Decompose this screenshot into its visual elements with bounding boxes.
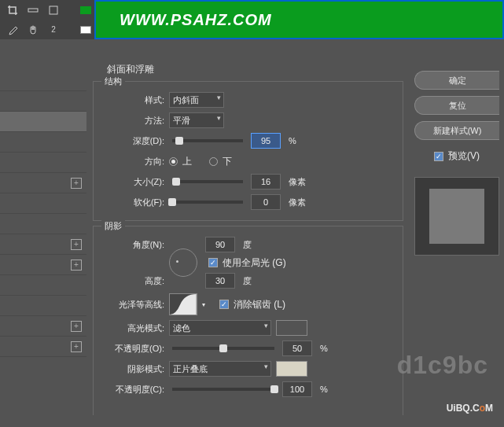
structure-legend: 结构 — [101, 75, 125, 87]
style-label: 样式: — [103, 94, 164, 106]
shadow-legend: 阴影 — [101, 220, 125, 232]
list-item[interactable]: + — [0, 337, 86, 357]
list-item[interactable] — [0, 296, 86, 316]
depth-slider[interactable] — [172, 139, 243, 142]
shadow-group: 阴影 角度(N): 度 使用全局光 (G) 高度: 度 光泽 — [93, 226, 403, 415]
chevron-down-icon[interactable]: ▾ — [202, 301, 205, 308]
shape-icon[interactable] — [46, 2, 61, 18]
preview-box — [414, 177, 499, 256]
shadow-mode-select[interactable]: 正片叠底 — [169, 361, 271, 377]
highlight-mode-label: 高光模式: — [103, 322, 164, 334]
highlight-opacity-unit: % — [320, 344, 328, 353]
tool-label: 2 — [46, 22, 61, 38]
direction-up-radio[interactable] — [169, 157, 178, 166]
altitude-unit: 度 — [243, 275, 252, 287]
plus-icon[interactable]: + — [71, 178, 82, 189]
list-item[interactable] — [0, 275, 86, 296]
plus-icon[interactable]: + — [71, 321, 82, 332]
depth-unit: % — [289, 136, 296, 145]
top-banner: 2 WWW.PSAHZ.COM — [0, 0, 504, 39]
svg-rect-1 — [50, 6, 57, 14]
list-item[interactable] — [0, 71, 86, 91]
angle-input[interactable] — [205, 237, 235, 252]
shadow-opacity-unit: % — [320, 385, 328, 394]
list-item[interactable]: + — [0, 173, 86, 193]
hand-icon[interactable] — [25, 22, 41, 38]
list-item[interactable]: + — [0, 316, 86, 337]
angle-label: 角度(N): — [103, 239, 164, 251]
contour-picker[interactable] — [169, 293, 197, 315]
style-select[interactable]: 内斜面 — [169, 92, 224, 108]
list-item[interactable]: + — [0, 255, 86, 275]
list-item[interactable]: + — [0, 234, 86, 255]
preview-swatch — [429, 189, 484, 244]
method-label: 方法: — [103, 115, 164, 127]
svg-rect-0 — [28, 9, 38, 12]
depth-label: 深度(D): — [103, 135, 164, 147]
direction-down-radio[interactable] — [209, 157, 218, 166]
shadow-color-swatch[interactable] — [276, 361, 307, 377]
size-unit: 像素 — [289, 176, 306, 188]
effects-list: + + + + + — [0, 63, 86, 427]
global-light-label: 使用全局光 (G) — [223, 256, 286, 270]
list-item[interactable] — [0, 153, 86, 173]
soften-slider[interactable] — [172, 201, 243, 204]
preview-checkbox[interactable] — [434, 152, 443, 161]
antialias-checkbox[interactable] — [219, 300, 229, 309]
soften-label: 软化(F): — [103, 197, 164, 208]
soften-input[interactable] — [251, 194, 281, 210]
shadow-mode-label: 阴影模式: — [103, 363, 164, 375]
watermark-site: UiBQ.CoM — [447, 396, 493, 416]
size-label: 大小(Z): — [103, 176, 164, 188]
highlight-color-swatch[interactable] — [276, 320, 307, 336]
swatch-white[interactable] — [80, 26, 91, 34]
crop-icon[interactable] — [5, 2, 20, 18]
list-item[interactable] — [0, 132, 86, 153]
direction-down-label: 下 — [223, 155, 232, 168]
plus-icon[interactable]: + — [71, 239, 82, 250]
new-style-button[interactable]: 新建样式(W) — [414, 121, 499, 140]
swatch-green[interactable] — [80, 6, 91, 14]
shadow-opacity-input[interactable] — [282, 381, 312, 397]
reset-button[interactable]: 复位 — [414, 96, 499, 115]
highlight-opacity-slider[interactable] — [172, 347, 274, 350]
list-item[interactable] — [0, 193, 86, 214]
watermark-code: d1c9bc — [397, 351, 488, 380]
list-item-selected[interactable] — [0, 112, 86, 132]
size-input[interactable] — [251, 174, 281, 190]
structure-group: 结构 样式: 内斜面 方法: 平滑 深度(D): % 方向: 上 — [93, 81, 403, 221]
shadow-opacity-label: 不透明度(C): — [103, 384, 164, 396]
highlight-opacity-input[interactable] — [282, 340, 312, 356]
list-item[interactable] — [0, 91, 86, 112]
shadow-opacity-slider[interactable] — [172, 388, 274, 391]
angle-unit: 度 — [243, 239, 252, 251]
antialias-label: 消除锯齿 (L) — [234, 298, 285, 311]
soften-unit: 像素 — [289, 197, 306, 208]
section-title: 斜面和浮雕 — [107, 63, 403, 76]
altitude-input[interactable] — [205, 273, 235, 289]
ruler-icon[interactable] — [25, 2, 41, 18]
highlight-opacity-label: 不透明度(O): — [103, 343, 164, 355]
banner: WWW.PSAHZ.COM — [94, 0, 504, 39]
direction-up-label: 上 — [182, 155, 192, 168]
size-slider[interactable] — [172, 180, 243, 183]
banner-url: WWW.PSAHZ.COM — [120, 11, 272, 29]
direction-label: 方向: — [103, 156, 164, 167]
global-light-checkbox[interactable] — [208, 258, 218, 267]
method-select[interactable]: 平滑 — [169, 112, 224, 128]
depth-input[interactable] — [251, 133, 281, 149]
plus-icon[interactable]: + — [71, 341, 82, 352]
eyedropper-icon[interactable] — [5, 22, 20, 38]
list-item[interactable] — [0, 214, 86, 234]
altitude-label: 高度: — [103, 275, 164, 287]
contour-label: 光泽等高线: — [103, 299, 164, 311]
preview-label: 预览(V) — [448, 149, 480, 163]
ok-button[interactable]: 确定 — [414, 71, 499, 90]
angle-dial[interactable] — [169, 248, 197, 277]
plus-icon[interactable]: + — [71, 260, 82, 271]
toolbar: 2 — [0, 0, 94, 39]
highlight-mode-select[interactable]: 滤色 — [169, 320, 271, 336]
